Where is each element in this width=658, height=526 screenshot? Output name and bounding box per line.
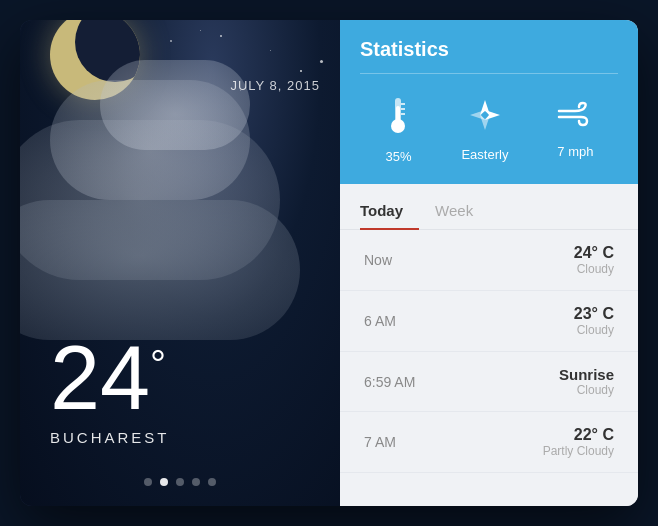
forecast-list: Now 24° C Cloudy 6 AM 23° C Cloudy 6:59 … xyxy=(340,230,638,506)
page-indicators xyxy=(20,478,340,486)
forecast-time-sunrise: 6:59 AM xyxy=(364,374,434,390)
stats-header: Statistics 35% xyxy=(340,20,638,184)
svg-rect-2 xyxy=(396,106,400,124)
dot-3[interactable] xyxy=(176,478,184,486)
thermometer-icon xyxy=(384,96,412,141)
wind-speed-label: 7 mph xyxy=(557,144,593,159)
tab-week[interactable]: Week xyxy=(435,188,489,229)
left-panel: JULY 8, 2015 24° BUCHAREST xyxy=(20,20,340,506)
forecast-right-sunrise: Sunrise Cloudy xyxy=(559,366,614,397)
date-label: JULY 8, 2015 xyxy=(230,78,320,93)
forecast-row-6am: 6 AM 23° C Cloudy xyxy=(340,291,638,352)
forecast-time-now: Now xyxy=(364,252,434,268)
forecast-condition-7am: Partly Cloudy xyxy=(543,444,614,458)
tabs-row: Today Week xyxy=(340,188,638,230)
compass-icon xyxy=(468,98,502,139)
forecast-time-7am: 7 AM xyxy=(364,434,434,450)
temperature-section: 24° BUCHAREST xyxy=(50,333,170,446)
stat-wind-direction: Easterly xyxy=(461,98,508,162)
right-panel: Statistics 35% xyxy=(340,20,638,506)
app-container: JULY 8, 2015 24° BUCHAREST Statistics xyxy=(20,20,638,506)
wind-direction-label: Easterly xyxy=(461,147,508,162)
forecast-row-7am: 7 AM 22° C Partly Cloudy xyxy=(340,412,638,473)
stats-row: 35% Easterly xyxy=(360,88,618,164)
dot-1[interactable] xyxy=(144,478,152,486)
forecast-temp-now: 24° C xyxy=(574,244,614,262)
stat-wind-speed: 7 mph xyxy=(557,101,593,159)
forecast-temp-sunrise: Sunrise xyxy=(559,366,614,383)
dot-2[interactable] xyxy=(160,478,168,486)
humidity-label: 35% xyxy=(385,149,411,164)
forecast-temp-6am: 23° C xyxy=(574,305,614,323)
forecast-temp-7am: 22° C xyxy=(543,426,614,444)
dot-5[interactable] xyxy=(208,478,216,486)
forecast-right-now: 24° C Cloudy xyxy=(574,244,614,276)
clouds xyxy=(20,60,340,340)
city-name: BUCHAREST xyxy=(50,429,170,446)
forecast-row-now: Now 24° C Cloudy xyxy=(340,230,638,291)
forecast-time-6am: 6 AM xyxy=(364,313,434,329)
stats-title: Statistics xyxy=(360,38,618,74)
dot-4[interactable] xyxy=(192,478,200,486)
forecast-condition-sunrise: Cloudy xyxy=(559,383,614,397)
stat-humidity: 35% xyxy=(384,96,412,164)
tab-today[interactable]: Today xyxy=(360,188,419,229)
wind-icon xyxy=(557,101,593,136)
temperature-value: 24° xyxy=(50,333,170,423)
forecast-right-7am: 22° C Partly Cloudy xyxy=(543,426,614,458)
forecast-condition-now: Cloudy xyxy=(574,262,614,276)
svg-marker-8 xyxy=(470,110,485,120)
degree-symbol: ° xyxy=(150,342,166,386)
svg-marker-9 xyxy=(485,110,500,120)
forecast-right-6am: 23° C Cloudy xyxy=(574,305,614,337)
temp-number: 24 xyxy=(50,328,150,428)
forecast-row-sunrise: 6:59 AM Sunrise Cloudy xyxy=(340,352,638,412)
forecast-condition-6am: Cloudy xyxy=(574,323,614,337)
